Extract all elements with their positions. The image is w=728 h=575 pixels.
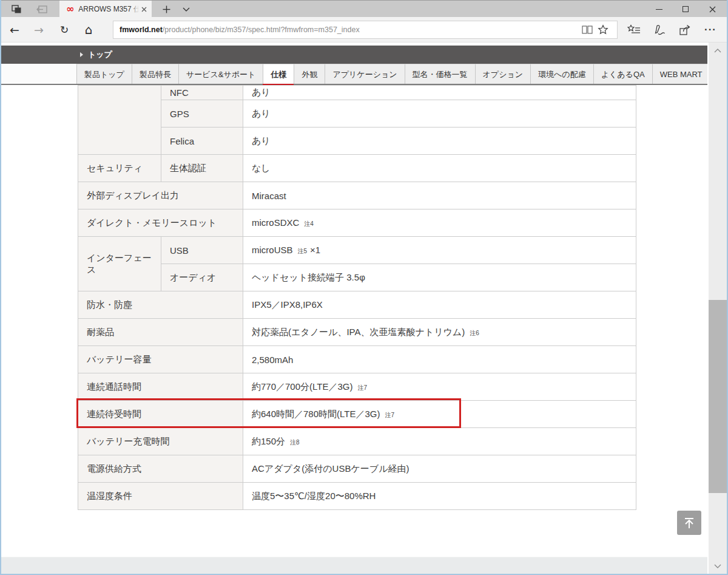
tab-appearance[interactable]: 外観	[294, 64, 325, 84]
tab-faq[interactable]: よくあるQA	[593, 64, 652, 84]
table-row: 温湿度条件 温度5〜35℃/湿度20〜80%RH	[78, 483, 636, 510]
browser-tab[interactable]: ∞ ARROWS M357 仕様 - 富士通	[59, 1, 152, 18]
share-icon[interactable]	[672, 19, 698, 41]
spec-value-cell: ACアダプタ(添付のUSBケーブル経由)	[243, 455, 636, 483]
url-text: fmworld.net/product/phone/biz/m357/spec.…	[120, 26, 579, 34]
url-path: /product/phone/biz/m357/spec.html?fmwfro…	[163, 26, 360, 34]
settings-more-icon[interactable]: ···	[698, 19, 723, 41]
window-border-left	[0, 0, 1, 575]
spec-category-cell: 外部ディスプレイ出力	[78, 182, 243, 209]
spec-sub-cell: オーディオ	[161, 264, 243, 291]
spec-category-cell: ダイレクト・メモリースロット	[78, 209, 243, 237]
tab-options[interactable]: オプション	[475, 64, 531, 84]
spec-value-cell: ヘッドセット接続端子 3.5φ	[243, 264, 636, 291]
spec-sub-cell: USB	[161, 237, 243, 264]
footnote-ref: 注4	[304, 220, 314, 227]
spec-value-cell: 約640時間／780時間(LTE／3G)注7	[243, 401, 636, 428]
tab-title: ARROWS M357 仕様 - 富士通	[78, 4, 139, 14]
scrollbar-thumb[interactable]	[709, 300, 727, 493]
new-tab-button[interactable]	[159, 3, 174, 15]
table-row: Felica あり	[78, 128, 636, 155]
spec-sub-cell: NFC	[161, 86, 243, 100]
browser-toolbar: ← → ↻ ⌂ fmworld.net/product/phone/biz/m3…	[0, 17, 728, 43]
tab-service-support[interactable]: サービス&サポート	[178, 64, 263, 84]
scroll-up-icon[interactable]	[709, 44, 727, 57]
spec-category-cell: 連続通話時間	[78, 373, 243, 401]
spec-sub-cell: GPS	[161, 100, 243, 128]
tab-model-price-list[interactable]: 型名・価格一覧	[405, 64, 475, 84]
back-to-top-button[interactable]	[677, 511, 701, 535]
spec-category-cell: セキュリティ	[78, 155, 161, 182]
spec-value-cell: 対応薬品(エタノール、IPA、次亜塩素酸ナトリウム)注6	[243, 319, 636, 346]
table-row: 連続通話時間 約770／700分(LTE／3G)注7	[78, 373, 636, 401]
table-row: GPS あり	[78, 100, 636, 128]
table-row: セキュリティ 生体認証 なし	[78, 155, 636, 182]
home-icon[interactable]: ⌂	[78, 19, 99, 41]
footnote-ref: 注6	[470, 330, 479, 336]
web-note-pen-icon[interactable]	[647, 19, 672, 41]
hub-favorites-icon[interactable]	[621, 19, 647, 41]
spec-value-cell: なし	[243, 155, 636, 182]
set-tabs-aside-icon[interactable]	[34, 4, 50, 15]
spec-category-cell: バッテリー充電時間	[78, 428, 243, 455]
tab-previews-icon[interactable]	[8, 4, 24, 15]
spec-value-cell: microSDXC注4	[243, 209, 636, 237]
tab-applications[interactable]: アプリケーション	[325, 64, 404, 84]
tab-features[interactable]: 製品特長	[132, 64, 178, 84]
footnote-ref: 注7	[357, 384, 367, 391]
toolbar-right-buttons: ···	[621, 19, 723, 41]
spec-value-cell: 約150分注8	[243, 428, 636, 455]
footnote-ref: 注5	[298, 248, 308, 254]
spec-table: NFC あり GPS あり Felica あり セキュリティ 生体認証 なし 外…	[78, 85, 636, 510]
spec-category-cell	[78, 86, 161, 155]
spec-sub-cell: 生体認証	[161, 155, 243, 182]
tab-specs[interactable]: 仕様	[263, 64, 294, 84]
table-row-highlighted: 連続待受時間 約640時間／780時間(LTE／3G)注7	[78, 401, 636, 428]
maximize-button[interactable]	[672, 1, 699, 18]
table-row: 耐薬品 対応薬品(エタノール、IPA、次亜塩素酸ナトリウム)注6	[78, 319, 636, 346]
table-row: バッテリー容量 2,580mAh	[78, 346, 636, 373]
close-button[interactable]	[699, 1, 726, 18]
table-row: ダイレクト・メモリースロット microSDXC注4	[78, 209, 636, 237]
spec-category-cell: バッテリー容量	[78, 346, 243, 373]
spec-value-cell: microUSB注5×1	[243, 237, 636, 264]
back-icon[interactable]: ←	[4, 19, 25, 41]
refresh-icon[interactable]: ↻	[53, 19, 75, 41]
minimize-button[interactable]	[645, 1, 672, 18]
breadcrumb[interactable]: トップ	[88, 49, 112, 60]
vertical-scrollbar[interactable]	[709, 43, 727, 574]
spec-value-cell: 温度5〜35℃/湿度20〜80%RH	[243, 483, 636, 510]
page-viewport: トップ 製品トップ 製品特長 サービス&サポート 仕様 外観 アプリケーション …	[1, 43, 707, 574]
spec-category-cell: 温湿度条件	[78, 483, 243, 510]
spec-value-cell: あり	[243, 128, 636, 155]
table-row: バッテリー充電時間 約150分注8	[78, 428, 636, 455]
window-controls	[645, 1, 726, 18]
tab-web-mart[interactable]: WEB MART	[652, 64, 707, 84]
spec-category-cell: 電源供給方式	[78, 455, 243, 483]
tab-close-icon[interactable]	[141, 7, 147, 12]
spec-category-cell: 連続待受時間	[78, 401, 243, 428]
spec-value-cell: 約770／700分(LTE／3G)注7	[243, 373, 636, 401]
tab-environment[interactable]: 環境への配慮	[530, 64, 593, 84]
table-row: 防水・防塵 IPX5／IPX8,IP6X	[78, 291, 636, 319]
browser-tab-bar: ∞ ARROWS M357 仕様 - 富士通	[0, 0, 728, 17]
scroll-down-icon[interactable]	[709, 559, 727, 573]
table-row: インターフェース USB microUSB注5×1	[78, 237, 636, 264]
reading-view-icon[interactable]	[579, 22, 595, 38]
table-row: NFC あり	[78, 86, 636, 100]
product-nav-tabs: 製品トップ 製品特長 サービス&サポート 仕様 外観 アプリケーション 型名・価…	[1, 64, 707, 85]
spec-value-cell: Miracast	[243, 182, 636, 209]
breadcrumb-arrow-icon	[80, 52, 83, 57]
spec-category-cell: 防水・防塵	[78, 291, 243, 319]
spec-category-cell: インターフェース	[78, 237, 161, 291]
tab-product-top[interactable]: 製品トップ	[76, 64, 132, 84]
site-breadcrumb-bar: トップ	[1, 46, 707, 64]
forward-icon[interactable]: →	[28, 19, 50, 41]
address-bar[interactable]: fmworld.net/product/phone/biz/m357/spec.…	[113, 21, 618, 39]
add-favorite-star-icon[interactable]	[595, 22, 611, 38]
table-row: 外部ディスプレイ出力 Miracast	[78, 182, 636, 209]
table-row: 電源供給方式 ACアダプタ(添付のUSBケーブル経由)	[78, 455, 636, 483]
spec-sub-cell: Felica	[161, 128, 243, 155]
page-footer-strip	[1, 557, 707, 574]
tab-menu-chevron-icon[interactable]	[180, 4, 193, 14]
